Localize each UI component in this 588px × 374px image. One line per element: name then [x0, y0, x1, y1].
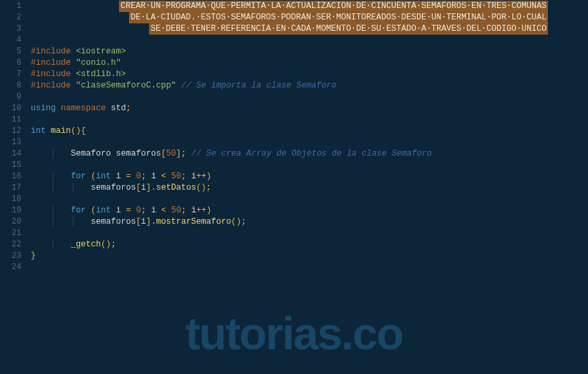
- code-line: #include "conio.h": [31, 57, 588, 69]
- line-number: 20: [0, 216, 21, 228]
- line-number: 22: [0, 239, 21, 250]
- line-number: 4: [0, 35, 21, 46]
- line-number: 14: [0, 148, 21, 160]
- line-number-gutter: 123456789101112131415161718192021222324: [0, 0, 27, 374]
- line-number: 1: [0, 1, 21, 12]
- line-number: 11: [0, 114, 21, 126]
- code-line: [31, 262, 588, 273]
- line-number: 19: [0, 205, 21, 216]
- line-number: 3: [0, 23, 21, 35]
- line-number: 7: [0, 69, 21, 80]
- code-line: int main(){: [31, 126, 588, 137]
- code-line: #include <stdlib.h>: [31, 69, 588, 80]
- code-line: CREAR·UN·PROGRAMA·QUE·PERMITA·LA·ACTUALI…: [31, 1, 588, 12]
- line-number: 18: [0, 194, 21, 205]
- line-number: 5: [0, 46, 21, 57]
- code-line: DE·LA·CIUDAD.·ESTOS·SEMAFOROS·PODRAN·SER…: [31, 12, 588, 23]
- code-line: using namespace std;: [31, 103, 588, 114]
- code-editor[interactable]: 123456789101112131415161718192021222324 …: [0, 0, 588, 374]
- line-number: 2: [0, 12, 21, 23]
- code-line: │ for (int i = 0; i < 50; i++): [31, 171, 588, 182]
- code-line: [31, 228, 588, 239]
- code-line: [31, 114, 588, 126]
- banner-comment: DE·LA·CIUDAD.·ESTOS·SEMAFOROS·PODRAN·SER…: [129, 12, 548, 23]
- code-line: #include "claseSemaforoC.cpp" // Se impo…: [31, 80, 588, 91]
- line-number: 23: [0, 250, 21, 262]
- code-line: [31, 35, 588, 46]
- banner-comment: SE·DEBE·TENER·REFERENCIA·EN·CADA·MOMENTO…: [149, 23, 548, 35]
- code-line: [31, 160, 588, 171]
- code-line: │ for (int i = 0; i < 50; i++): [31, 205, 588, 216]
- code-area[interactable]: CREAR·UN·PROGRAMA·QUE·PERMITA·LA·ACTUALI…: [27, 0, 588, 374]
- line-number: 6: [0, 57, 21, 69]
- line-number: 9: [0, 91, 21, 103]
- line-number: 17: [0, 182, 21, 194]
- code-line: │ │ semaforos[i].setDatos();: [31, 182, 588, 194]
- code-line: [31, 91, 588, 103]
- line-number: 10: [0, 103, 21, 114]
- code-line: }: [31, 250, 588, 262]
- line-number: 21: [0, 228, 21, 239]
- line-number: 24: [0, 262, 21, 273]
- code-line: [31, 137, 588, 148]
- code-line: │ _getch();: [31, 239, 588, 250]
- code-line: #include <iostream>: [31, 46, 588, 57]
- line-number: 13: [0, 137, 21, 148]
- code-line: SE·DEBE·TENER·REFERENCIA·EN·CADA·MOMENTO…: [31, 23, 588, 35]
- line-number: 15: [0, 160, 21, 171]
- line-number: 16: [0, 171, 21, 182]
- banner-comment: CREAR·UN·PROGRAMA·QUE·PERMITA·LA·ACTUALI…: [119, 1, 548, 12]
- code-line: │ │ semaforos[i].mostrarSemaforo();: [31, 216, 588, 228]
- line-number: 12: [0, 126, 21, 137]
- code-line: [31, 194, 588, 205]
- code-line: │ Semaforo semaforos[50]; // Se crea Arr…: [31, 148, 588, 160]
- line-number: 8: [0, 80, 21, 91]
